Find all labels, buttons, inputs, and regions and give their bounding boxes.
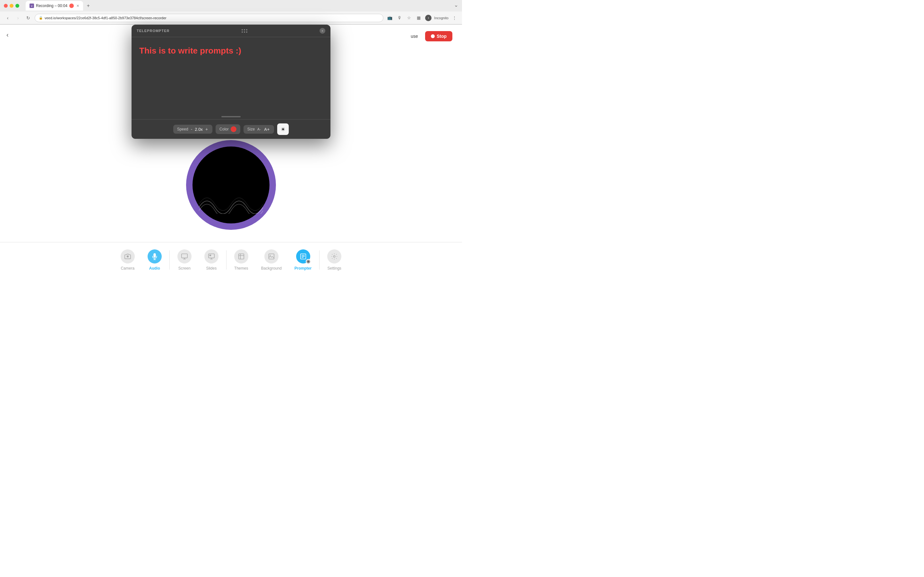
svg-rect-6 <box>209 255 211 256</box>
divider-1 <box>170 250 170 269</box>
bottom-toolbar: Camera Audio Screen Slides T <box>0 242 462 277</box>
speed-increase-button[interactable]: + <box>205 127 208 132</box>
toolbar-item-background[interactable]: Background <box>255 245 288 274</box>
stop-label: Stop <box>437 34 447 39</box>
speed-label: Speed <box>177 127 188 131</box>
nav-actions: 📺 🎙 ☆ ▦ I Incognito ⋮ <box>386 14 458 22</box>
close-window-button[interactable] <box>4 4 8 8</box>
prompt-text: This is to write prompts :) <box>139 45 323 56</box>
mic-icon[interactable]: 🎙 <box>396 14 403 22</box>
settings-icon <box>327 250 341 263</box>
svg-rect-5 <box>208 253 214 258</box>
themes-icon <box>234 250 248 263</box>
profile-icon[interactable]: I <box>425 14 432 22</box>
sidebar-icon[interactable]: ▦ <box>415 14 423 22</box>
toolbar-item-screen[interactable]: Screen <box>171 245 198 274</box>
audio-label: Audio <box>149 266 160 271</box>
stop-button[interactable]: Stop <box>425 31 452 41</box>
scroll-pill <box>221 116 241 117</box>
svg-rect-7 <box>239 253 244 259</box>
color-control: Color <box>216 124 240 134</box>
modal-header: TELEPROMPTER × <box>132 25 330 37</box>
speed-decrease-button[interactable]: - <box>190 127 193 132</box>
divider-3 <box>319 250 320 269</box>
prompter-label: Prompter <box>294 266 312 271</box>
minimize-window-button[interactable] <box>10 4 13 8</box>
active-tab[interactable]: v Recording – 00:04 ✕ <box>26 1 83 11</box>
toolbar-item-prompter[interactable]: Prompter <box>288 245 318 274</box>
tab-close-x[interactable]: ✕ <box>76 4 79 8</box>
back-button[interactable]: ‹ <box>4 14 11 22</box>
nav-bar: ‹ › ↻ 🔒 veed.io/workspaces/22ce6d2f-38c5… <box>0 11 462 24</box>
size-decrease-button[interactable]: A- <box>257 127 262 131</box>
main-content: ‹ use Stop TELEPROMPTER × <box>0 25 462 277</box>
screen-icon <box>178 250 192 263</box>
color-picker-button[interactable] <box>231 126 236 132</box>
pause-button[interactable]: use <box>407 32 422 41</box>
themes-label: Themes <box>234 266 248 271</box>
toolbar-item-camera[interactable]: Camera <box>114 245 141 274</box>
new-tab-button[interactable]: + <box>84 2 92 10</box>
toolbar-item-themes[interactable]: Themes <box>228 245 255 274</box>
tab-close-button[interactable] <box>69 3 74 8</box>
teleprompter-modal: TELEPROMPTER × This is to write prompts … <box>132 25 330 139</box>
security-icon: 🔒 <box>39 16 43 19</box>
stop-icon <box>431 34 435 38</box>
tab-list-button[interactable]: ⌄ <box>454 2 458 8</box>
modal-title: TELEPROMPTER <box>137 29 170 33</box>
size-increase-button[interactable]: A+ <box>263 127 270 132</box>
title-bar: v Recording – 00:04 ✕ + ⌄ <box>0 0 462 11</box>
browser-chrome: v Recording – 00:04 ✕ + ⌄ ‹ › ↻ 🔒 veed.i… <box>0 0 462 25</box>
camera-icon <box>121 250 135 263</box>
camera-label: Camera <box>121 266 134 271</box>
camera-preview <box>186 140 276 230</box>
svg-point-14 <box>333 255 335 258</box>
slides-icon <box>204 250 218 263</box>
svg-rect-8 <box>269 253 274 259</box>
svg-point-9 <box>270 255 271 255</box>
modal-toolbar: Speed - 2.0x + Color Size A- A+ ☀ <box>132 119 330 139</box>
color-label: Color <box>220 127 229 131</box>
more-options-button[interactable]: ⋮ <box>451 14 458 22</box>
back-arrow-button[interactable]: ‹ <box>6 31 9 39</box>
maximize-window-button[interactable] <box>15 4 19 8</box>
slides-label: Slides <box>206 266 216 271</box>
toolbar-item-settings[interactable]: Settings <box>321 245 348 274</box>
prompter-icon <box>296 250 310 263</box>
sun-icon: ☀ <box>281 126 285 132</box>
star-icon[interactable]: ☆ <box>405 14 413 22</box>
recording-dot <box>70 5 73 7</box>
screen-label: Screen <box>178 266 191 271</box>
drag-handle[interactable] <box>242 29 247 33</box>
audio-icon <box>148 250 162 263</box>
traffic-lights <box>4 4 19 8</box>
background-label: Background <box>261 266 282 271</box>
speed-control: Speed - 2.0x + <box>173 125 212 134</box>
toolbar-item-slides[interactable]: Slides <box>198 245 225 274</box>
reload-button[interactable]: ↻ <box>24 14 32 22</box>
top-controls: use Stop <box>407 31 452 41</box>
cursor-overlay <box>306 259 311 264</box>
theme-toggle-button[interactable]: ☀ <box>277 123 289 135</box>
scroll-indicator <box>132 114 330 119</box>
background-icon <box>264 250 278 263</box>
screenshare-icon[interactable]: 📺 <box>386 14 394 22</box>
settings-label: Settings <box>328 266 341 271</box>
camera-circle <box>192 147 270 223</box>
forward-button[interactable]: › <box>14 14 22 22</box>
address-text: veed.io/workspaces/22ce6d2f-38c5-4df1-a8… <box>45 16 166 20</box>
tab-bar: v Recording – 00:04 ✕ + ⌄ <box>22 0 96 11</box>
size-label: Size <box>247 127 255 131</box>
modal-close-button[interactable]: × <box>320 28 325 34</box>
tab-favicon: v <box>29 3 34 8</box>
toolbar-item-audio[interactable]: Audio <box>141 245 168 274</box>
size-control: Size A- A+ <box>244 125 274 134</box>
speed-value: 2.0x <box>195 127 203 132</box>
modal-body: This is to write prompts :) <box>132 37 330 114</box>
divider-2 <box>226 250 226 269</box>
address-bar[interactable]: 🔒 veed.io/workspaces/22ce6d2f-38c5-4df1-… <box>35 14 383 22</box>
close-icon: × <box>321 29 323 33</box>
incognito-label: Incognito <box>434 16 449 20</box>
audio-wave <box>199 188 263 214</box>
tab-title: Recording – 00:04 <box>36 3 67 8</box>
